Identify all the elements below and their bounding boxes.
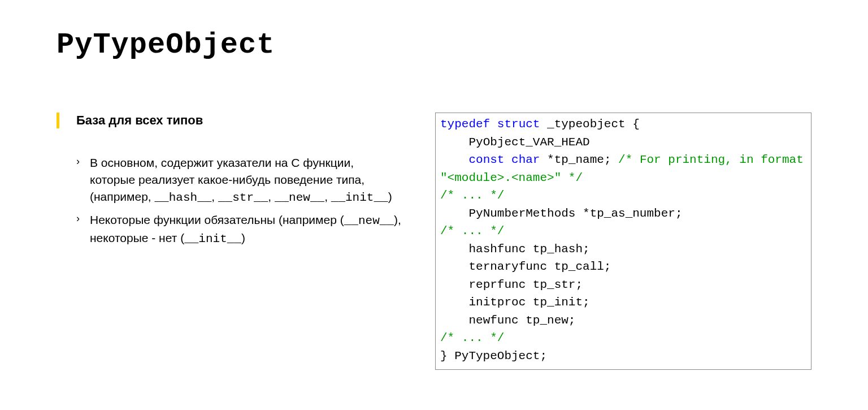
code-text — [440, 153, 468, 166]
code-text: hashfunc tp_hash; — [440, 243, 590, 256]
code-comment: /* ... */ — [440, 189, 504, 202]
text-fragment: ) — [241, 231, 245, 244]
code-comment: /* ... */ — [440, 225, 504, 238]
code-inline: __str__ — [218, 191, 268, 204]
code-text: ternaryfunc tp_call; — [440, 260, 611, 273]
code-text: newfunc tp_new; — [440, 314, 575, 327]
text-fragment: , — [324, 190, 331, 203]
code-keyword: typedef — [440, 118, 490, 131]
code-text: initproc tp_init; — [440, 296, 590, 309]
text-fragment: , — [211, 190, 218, 203]
code-text: *tp_name; — [540, 153, 618, 166]
code-comment: /* ... */ — [440, 331, 504, 344]
accent-bar — [57, 113, 59, 128]
code-inline: __new__ — [275, 191, 324, 204]
code-inline: __init__ — [184, 232, 241, 245]
code-text: _typeobject { — [540, 118, 639, 131]
left-column: База для всех типов › В основном, содерж… — [57, 113, 401, 253]
code-keyword: const — [468, 153, 504, 166]
chevron-right-icon: › — [76, 156, 80, 167]
heading-row: База для всех типов — [57, 113, 401, 129]
code-block: typedef struct _typeobject { PyObject_VA… — [435, 113, 811, 370]
code-text — [504, 153, 511, 166]
text-fragment: ) — [388, 190, 392, 203]
bullet-list: › В основном, содержит указатели на C фу… — [57, 154, 401, 248]
code-text: PyObject_VAR_HEAD — [440, 136, 590, 149]
code-keyword: char — [511, 153, 540, 166]
right-column: typedef struct _typeobject { PyObject_VA… — [435, 113, 811, 370]
code-text: PyNumberMethods *tp_as_number; — [440, 207, 682, 220]
text-fragment: , — [268, 190, 275, 203]
slide-title: PyTypeObject — [57, 28, 811, 62]
code-text: } PyTypeObject; — [440, 349, 547, 362]
bullet-text: Некоторые функции обязательны (например … — [90, 212, 401, 248]
section-heading: База для всех типов — [76, 113, 203, 129]
bullet-text: В основном, содержит указатели на C функ… — [90, 154, 401, 207]
slide: PyTypeObject База для всех типов › В осн… — [0, 0, 868, 410]
code-inline: __new__ — [344, 214, 394, 227]
list-item: › В основном, содержит указатели на C фу… — [76, 154, 401, 207]
chevron-right-icon: › — [76, 213, 80, 225]
code-keyword: struct — [497, 118, 540, 131]
code-text: reprfunc tp_str; — [440, 278, 583, 291]
text-fragment: Некоторые функции обязательны (например … — [90, 213, 344, 226]
code-inline: __hash__ — [155, 191, 212, 204]
list-item: › Некоторые функции обязательны (наприме… — [76, 212, 401, 248]
columns: База для всех типов › В основном, содерж… — [57, 113, 811, 370]
code-inline: __init__ — [331, 191, 388, 204]
